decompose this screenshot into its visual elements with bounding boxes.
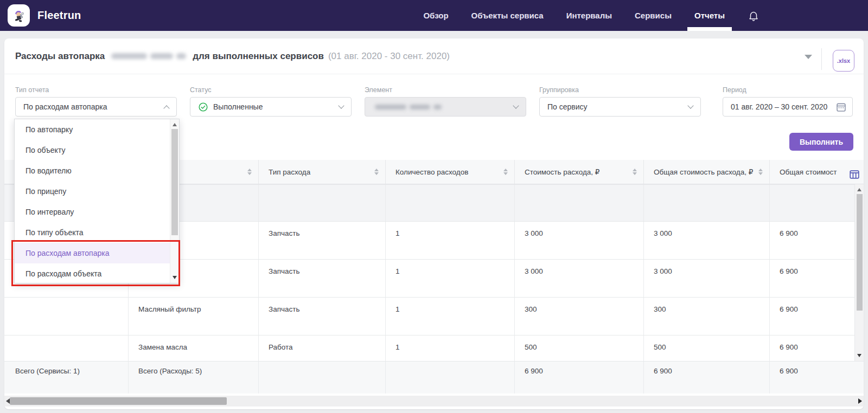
nav-tab-overview[interactable]: Обзор	[423, 0, 448, 31]
vertical-scrollbar-thumb[interactable]	[857, 194, 863, 311]
nav-tab-intervals[interactable]: Интервалы	[566, 0, 612, 31]
check-circle-icon	[198, 102, 208, 112]
app-logo-icon	[8, 4, 30, 27]
filter-element: Элемент	[365, 86, 526, 117]
mascot-mechanic-icon	[11, 8, 27, 23]
dropdown-option[interactable]: По водителю	[15, 160, 170, 181]
dropdown-option[interactable]: По объекту	[15, 140, 170, 160]
report-title: Расходы автопарка для выполненных сервис…	[15, 51, 450, 62]
collapse-caret-icon[interactable]	[805, 55, 812, 59]
dropdown-option[interactable]: По расходам объекта	[15, 263, 170, 284]
nav-tab-service-objects[interactable]: Объекты сервиса	[471, 0, 544, 31]
dropdown-scrollbar[interactable]	[170, 119, 179, 283]
filters-row: Тип отчета По расходам автопарка Статус …	[15, 86, 853, 117]
scroll-up-arrow-icon[interactable]	[857, 188, 861, 191]
scroll-down-arrow-icon[interactable]	[173, 276, 177, 279]
title-period: (01 авг. 2020 - 30 сент. 2020)	[328, 51, 450, 62]
table-row: Масляный фильтрЗапчасть13003006 900	[4, 297, 864, 335]
report-title-row: Расходы автопарка для выполненных сервис…	[4, 38, 864, 74]
scroll-down-arrow-icon[interactable]	[857, 354, 861, 357]
table-total-row: Всего (Сервисы: 1)Всего (Расходы: 5)6 90…	[4, 361, 864, 393]
table-horizontal-scrollbar[interactable]	[4, 396, 864, 406]
report-card: Расходы автопарка для выполненных сервис…	[4, 38, 864, 409]
filter-period-label: Период	[723, 86, 853, 94]
export-xlsx-button[interactable]: .xlsx	[833, 50, 854, 72]
sort-icon[interactable]	[633, 169, 637, 175]
chevron-down-icon	[687, 102, 693, 108]
title-prefix: Расходы автопарка	[15, 51, 105, 62]
dropdown-option[interactable]: По интервалу	[15, 202, 170, 222]
horizontal-scrollbar-thumb[interactable]	[10, 397, 227, 405]
report-type-dropdown: По автопарку По объекту По водителю По п…	[14, 119, 180, 283]
column-header-expense-cost[interactable]: Стоимость расхода, ₽	[514, 160, 643, 184]
filter-report-type: Тип отчета По расходам автопарка	[15, 86, 177, 117]
report-type-value: По расходам автопарка	[23, 102, 107, 111]
dropdown-option-selected[interactable]: По расходам автопарка	[15, 243, 170, 263]
main-nav: Обзор Объекты сервиса Интервалы Сервисы …	[423, 0, 760, 31]
dropdown-option[interactable]: По автопарку	[15, 119, 170, 140]
calendar-icon[interactable]	[835, 101, 847, 114]
bell-icon	[748, 10, 760, 22]
title-suffix: для выполненных сервисов	[193, 51, 324, 62]
scroll-right-arrow-icon[interactable]	[858, 398, 862, 404]
chevron-down-icon	[513, 102, 519, 108]
filter-report-type-label: Тип отчета	[15, 86, 177, 94]
column-header-expense-total-cost[interactable]: Общая стоимость расхода, ₽	[643, 160, 769, 184]
nav-tab-reports[interactable]: Отчеты	[694, 0, 725, 31]
filter-element-label: Элемент	[365, 86, 526, 94]
table-row: Замена маслаРабота15005006 900	[4, 335, 864, 361]
sort-icon[interactable]	[758, 169, 763, 175]
element-value-redacted	[375, 105, 442, 109]
filter-status-label: Статус	[190, 86, 352, 94]
sort-icon[interactable]	[503, 169, 508, 175]
dropdown-option[interactable]: По типу объекта	[15, 222, 170, 243]
run-report-button[interactable]: Выполнить	[789, 133, 853, 151]
period-input[interactable]: 01 авг. 2020 – 30 сент. 2020	[723, 97, 853, 117]
scroll-up-arrow-icon[interactable]	[173, 123, 177, 126]
nav-tab-services[interactable]: Сервисы	[635, 0, 672, 31]
filter-grouping: Группировка По сервису	[539, 86, 701, 117]
chevron-down-icon	[338, 102, 344, 108]
element-select-disabled	[365, 97, 526, 117]
filter-period: Период 01 авг. 2020 – 30 сент. 2020	[723, 86, 853, 117]
status-value: Выполненные	[213, 102, 263, 111]
nav-tab-reports-label: Отчеты	[694, 11, 725, 20]
column-settings-icon[interactable]	[848, 169, 860, 180]
filter-grouping-label: Группировка	[539, 86, 701, 94]
sort-icon[interactable]	[374, 169, 379, 175]
period-value: 01 авг. 2020 – 30 сент. 2020	[731, 102, 827, 111]
brand-name: Fleetrun	[37, 9, 81, 22]
page-background: Расходы автопарка для выполненных сервис…	[0, 31, 868, 413]
column-header-expense-type[interactable]: Тип расхода	[258, 160, 385, 184]
notifications-button[interactable]	[748, 10, 760, 22]
scroll-left-arrow-icon[interactable]	[6, 398, 10, 404]
status-select[interactable]: Выполненные	[190, 97, 352, 117]
chevron-up-icon	[163, 105, 169, 111]
table-vertical-scrollbar[interactable]	[854, 184, 864, 361]
app-header: Fleetrun Обзор Объекты сервиса Интервалы…	[0, 0, 868, 31]
brand[interactable]: Fleetrun	[0, 4, 81, 27]
title-divider	[821, 48, 822, 70]
column-header-expense-count[interactable]: Количество расходов	[385, 160, 514, 184]
sort-icon[interactable]	[247, 169, 252, 175]
grouping-select[interactable]: По сервису	[539, 97, 701, 117]
grouping-value: По сервису	[547, 102, 588, 111]
fleet-name-redacted	[111, 53, 186, 59]
active-tab-underline	[687, 27, 732, 31]
filter-status: Статус Выполненные	[190, 86, 352, 117]
dropdown-scrollbar-thumb[interactable]	[171, 129, 178, 235]
report-type-select[interactable]: По расходам автопарка	[15, 97, 177, 117]
dropdown-option[interactable]: По прицепу	[15, 181, 170, 202]
